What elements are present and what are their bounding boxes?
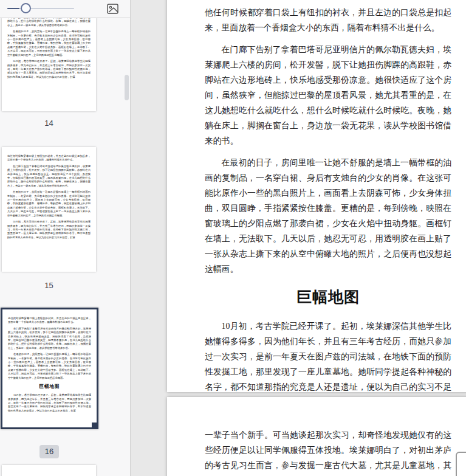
mini-paragraph: 10月初，考古学院已经开课了。起初，埃莱娜深信其他学生比她懂得多得多，因为他们年… xyxy=(7,220,91,240)
paragraph: 在最初的日子，房间里唯一让她不舒服的是墙上一幅带框的油画的复制品，一名穿白裙、身… xyxy=(205,155,451,277)
page-16-text: 他任何时候都穿着口袋上有纽扣的衬衣，并且左边的口袋总是扣起来，里面放着一个香烟盒… xyxy=(205,5,451,416)
mini-paragraph: 在门廊下告别了拿着巴塔哥尼亚明信片的佩尔勒瓦德夫妇，埃莱娜爬上六楼的房间，松开发… xyxy=(8,327,91,350)
selection-corner-handle[interactable] xyxy=(92,423,97,427)
thumbnail-toolbar xyxy=(0,0,130,18)
scroll-indicator[interactable] xyxy=(456,452,466,476)
thumbnail-size-slider[interactable] xyxy=(7,0,74,18)
mini-paragraph: 在门廊下告别了拿着巴塔哥尼亚明信片的佩尔勒瓦德夫妇，埃莱娜爬上六楼的房间，松开发… xyxy=(7,18,91,27)
thumbnail-item-16[interactable]: 他任何时候都穿着口袋上有纽扣的衬衣，并且左边的口袋总是扣起来，里面放着一个香烟盒… xyxy=(1,308,98,429)
document-page-17: 一辈子当个新手。可当她谈起那次实习，却奇怪地发现她仅有的这些经历便足以让同学佩服… xyxy=(167,397,466,476)
thumbnail-item-next[interactable] xyxy=(2,465,96,476)
thumbnail-sidebar: 他任何时候都穿着口袋上有纽扣的衬衣，并且左边的口袋总是扣起来，里面放着一个香烟盒… xyxy=(0,0,131,476)
mini-paragraph: 在最初的日子，房间里唯一让她不舒服的是墙上一幅带框的油画的复制品，一名穿白裙、身… xyxy=(7,190,91,218)
mini-paragraph: 在最初的日子，房间里唯一让她不舒服的是墙上一幅带框的油画的复制品，一名穿白裙、身… xyxy=(7,30,91,57)
thumbnail-page-15: 他任何时候都穿着口袋上有纽扣的衬衣，并且左边的口袋总是扣起来，里面放着一个香烟盒… xyxy=(2,147,96,249)
thumbnail-view-button[interactable] xyxy=(106,2,119,15)
mini-chapter-title: 巨幅地图 xyxy=(8,384,91,390)
chapter-title: 巨幅地图 xyxy=(205,287,451,307)
document-page-16: 他任何时候都穿着口袋上有纽扣的衬衣，并且左边的口袋总是扣起来，里面放着一个香烟盒… xyxy=(167,0,466,392)
slider-fill xyxy=(7,8,19,9)
slider-knob[interactable] xyxy=(21,3,31,13)
image-icon xyxy=(106,8,119,17)
main-view[interactable]: 他任何时候都穿着口袋上有纽扣的衬衣，并且左边的口袋总是扣起来，里面放着一个香烟盒… xyxy=(131,0,466,476)
page-number-badge-16: 16 xyxy=(39,445,59,458)
thumbnail-page-16: 他任何时候都穿着口袋上有纽扣的衬衣，并且左边的口袋总是扣起来，里面放着一个香烟盒… xyxy=(2,309,97,423)
thumbnail-list[interactable]: 他任何时候都穿着口袋上有纽扣的衬衣，并且左边的口袋总是扣起来，里面放着一个香烟盒… xyxy=(0,18,130,476)
thumbnail-item-14[interactable]: 他任何时候都穿着口袋上有纽扣的衬衣，并且左边的口袋总是扣起来，里面放着一个香烟盒… xyxy=(2,18,96,111)
mini-paragraph: 他任何时候都穿着口袋上有纽扣的衬衣，并且左边的口袋总是扣起来，里面放着一个香烟盒… xyxy=(8,317,91,325)
paragraph: 一辈子当个新手。可当她谈起那次实习，却奇怪地发现她仅有的这些经历便足以让同学佩服… xyxy=(205,427,451,476)
page-number-15: 15 xyxy=(2,281,96,290)
thumbnail-page-14: 他任何时候都穿着口袋上有纽扣的衬衣，并且左边的口袋总是扣起来，里面放着一个香烟盒… xyxy=(2,18,96,89)
app-window: 他任何时候都穿着口袋上有纽扣的衬衣，并且左边的口袋总是扣起来，里面放着一个香烟盒… xyxy=(0,0,466,476)
sidebar-scrollbar-thumb[interactable] xyxy=(125,75,129,100)
thumbnail-page-next xyxy=(2,465,96,476)
paragraph: 他任何时候都穿着口袋上有纽扣的衬衣，并且左边的口袋总是扣起来，里面放着一个香烟盒… xyxy=(205,5,451,35)
thumbnail-item-15[interactable]: 他任何时候都穿着口袋上有纽扣的衬衣，并且左边的口袋总是扣起来，里面放着一个香烟盒… xyxy=(2,147,96,272)
mini-paragraph: 在门廊下告别了拿着巴塔哥尼亚明信片的佩尔勒瓦德夫妇，埃莱娜爬上六楼的房间，松开发… xyxy=(7,165,91,188)
mini-paragraph: 10月初，考古学院已经开课了。起初，埃莱娜深信其他学生比她懂得多得多，因为他们年… xyxy=(7,60,91,79)
page-number-14: 14 xyxy=(2,119,96,128)
mini-paragraph: 他任何时候都穿着口袋上有纽扣的衬衣，并且左边的口袋总是扣起来，里面放着一个香烟盒… xyxy=(7,154,91,162)
paragraph: 在门廊下告别了拿着巴塔哥尼亚明信片的佩尔勒瓦德夫妇，埃莱娜爬上六楼的房间，松开发… xyxy=(205,42,451,148)
page-17-text: 一辈子当个新手。可当她谈起那次实习，却奇怪地发现她仅有的这些经历便足以让同学佩服… xyxy=(205,427,451,476)
paragraph: 10月初，考古学院已经开课了。起初，埃莱娜深信其他学生比她懂得多得多，因为他们年… xyxy=(205,319,451,410)
mini-paragraph: 在最初的日子，房间里唯一让她不舒服的是墙上一幅带框的油画的复制品，一名穿白裙、身… xyxy=(8,353,91,380)
mini-paragraph: 10月初，考古学院已经开课了。起初，埃莱娜深信其他学生比她懂得多得多，因为他们年… xyxy=(8,393,91,413)
